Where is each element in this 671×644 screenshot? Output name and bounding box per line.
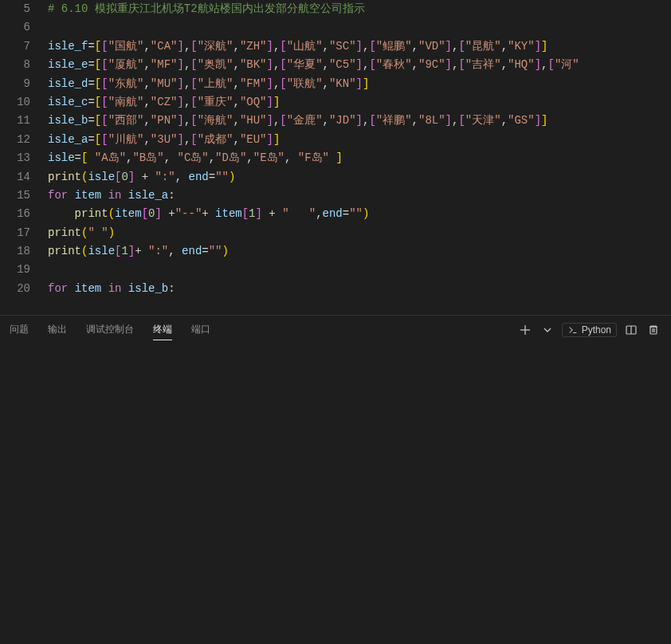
split-terminal-icon[interactable] xyxy=(623,322,639,338)
bottom-panel: 问题 输出 调试控制台 终端 端口 Python xyxy=(0,315,671,644)
new-terminal-icon[interactable] xyxy=(517,322,533,338)
code-line[interactable]: print(isle[0] + ":", end="") xyxy=(48,168,671,187)
code-line[interactable]: # 6.10 模拟重庆江北机场T2航站楼国内出发部分航空公司指示 xyxy=(48,0,671,18)
svg-rect-5 xyxy=(650,327,657,334)
trash-icon[interactable] xyxy=(645,322,661,338)
tab-output[interactable]: 输出 xyxy=(48,320,67,340)
terminal-body[interactable] xyxy=(0,344,671,638)
code-editor[interactable]: 567891011121314151617181920 # 6.10 模拟重庆江… xyxy=(0,0,671,315)
code-line[interactable]: isle_f=[["国航","CA"],["深航","ZH"],["山航","S… xyxy=(48,37,671,56)
tab-debug[interactable]: 调试控制台 xyxy=(86,320,134,340)
code-line[interactable]: isle_d=[["东航","MU"],["上航","FM"],["联航","K… xyxy=(48,75,671,93)
line-gutter: 567891011121314151617181920 xyxy=(0,0,45,315)
code-line[interactable]: print(isle[1]+ ":", end="") xyxy=(48,242,671,261)
code-line[interactable]: isle_b=[["西部","PN"],["海航","HU"],["金鹿","J… xyxy=(48,112,671,130)
panel-tabs: 问题 输出 调试控制台 终端 端口 Python xyxy=(0,316,671,344)
code-line[interactable] xyxy=(48,261,671,279)
code-line[interactable]: isle_a=[["川航","3U"],["成都","EU"]] xyxy=(48,131,671,149)
terminal-profile-python[interactable]: Python xyxy=(562,323,617,337)
code-line[interactable]: print(" ") xyxy=(48,224,671,242)
terminal-profile-label: Python xyxy=(582,324,611,336)
code-line[interactable]: for item in isle_b: xyxy=(48,280,671,298)
code-line[interactable]: isle=[ "A岛","B岛", "C岛","D岛","E岛", "F岛" ] xyxy=(48,149,671,167)
code-line[interactable]: for item in isle_a: xyxy=(48,187,671,205)
tab-problems[interactable]: 问题 xyxy=(10,320,29,340)
chevron-down-icon[interactable] xyxy=(540,322,555,338)
code-line[interactable]: isle_e=[["厦航","MF"],["奥凯","BK"],["华夏","C… xyxy=(48,56,671,74)
code-line[interactable]: print(item[0] +"--"+ item[1] + " ",end="… xyxy=(48,205,671,223)
tab-ports[interactable]: 端口 xyxy=(191,320,210,340)
tab-terminal[interactable]: 终端 xyxy=(153,320,172,340)
code-area[interactable]: # 6.10 模拟重庆江北机场T2航站楼国内出发部分航空公司指示isle_f=[… xyxy=(45,0,671,315)
code-line[interactable] xyxy=(48,18,671,37)
code-line[interactable]: isle_c=[["南航","CZ"],["重庆","OQ"]] xyxy=(48,93,671,112)
